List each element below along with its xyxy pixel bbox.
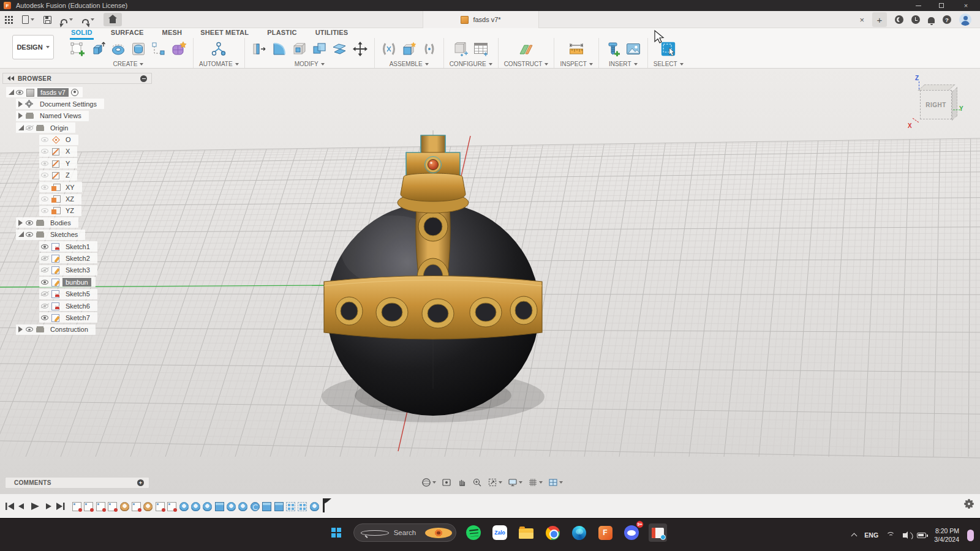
press-pull-button[interactable] bbox=[251, 40, 268, 58]
visibility-eye-icon[interactable] bbox=[25, 124, 36, 132]
item-label[interactable]: Sketch1 bbox=[62, 242, 93, 251]
timeline-feature[interactable] bbox=[227, 502, 236, 511]
notifications-bell-icon[interactable] bbox=[928, 17, 935, 23]
browser-item[interactable]: Sketch1 bbox=[39, 241, 97, 252]
expand-arrow-icon[interactable] bbox=[17, 231, 25, 238]
visibility-eye-icon[interactable] bbox=[40, 148, 51, 156]
browser-item[interactable]: Sketch6 bbox=[39, 301, 97, 311]
model-viewport[interactable]: RIGHT Z Y X BROWSER fasds v7 Document Se… bbox=[0, 69, 980, 493]
browser-item-root[interactable]: fasds v7 bbox=[6, 87, 83, 97]
expand-arrow-icon[interactable] bbox=[17, 220, 25, 226]
expand-arrow-icon[interactable] bbox=[17, 101, 25, 107]
notification-center-icon[interactable] bbox=[967, 530, 974, 541]
browser-item[interactable]: Named Views bbox=[16, 111, 89, 121]
timeline-settings-gear-icon[interactable] bbox=[965, 500, 973, 508]
timeline-feature[interactable] bbox=[179, 502, 189, 511]
timeline-feature[interactable] bbox=[72, 502, 81, 511]
design-workspace-dropdown[interactable]: DESIGN bbox=[12, 35, 54, 59]
browser-item[interactable]: Sketches bbox=[16, 230, 85, 240]
look-at-button[interactable] bbox=[442, 478, 451, 487]
browser-item[interactable]: Sketch7 bbox=[39, 312, 97, 323]
taskbar-app-edge[interactable] bbox=[570, 523, 588, 542]
volume-icon[interactable] bbox=[903, 533, 907, 538]
item-label[interactable]: Sketch5 bbox=[62, 290, 93, 298]
item-label[interactable]: Sketches bbox=[47, 230, 81, 239]
construct-group-label[interactable]: CONSTRUCT bbox=[504, 60, 549, 68]
timeline-feature[interactable] bbox=[156, 502, 165, 511]
visibility-eye-icon[interactable] bbox=[40, 207, 51, 215]
home-view-button[interactable] bbox=[104, 13, 122, 26]
timeline-feature[interactable] bbox=[238, 502, 247, 511]
visibility-eye-icon[interactable] bbox=[25, 219, 36, 227]
visibility-eye-icon[interactable] bbox=[40, 183, 51, 191]
item-label[interactable]: Construction bbox=[47, 325, 91, 334]
help-icon[interactable]: ? bbox=[943, 15, 951, 24]
visibility-eye-icon[interactable] bbox=[15, 88, 26, 96]
job-status-icon[interactable] bbox=[911, 15, 920, 24]
wifi-icon[interactable] bbox=[886, 532, 895, 538]
taskbar-clock[interactable]: 8:20 PM 3/4/2024 bbox=[934, 527, 959, 544]
measure-button[interactable] bbox=[568, 40, 585, 58]
browser-item[interactable]: XY bbox=[39, 182, 82, 192]
battery-icon[interactable] bbox=[917, 533, 926, 538]
activate-component-radio[interactable] bbox=[71, 89, 78, 96]
visibility-eye-icon[interactable] bbox=[40, 136, 51, 144]
item-label[interactable]: X bbox=[62, 147, 73, 156]
automate-group-label[interactable]: AUTOMATE bbox=[199, 60, 239, 68]
tab-utilities[interactable]: UTILITIES bbox=[315, 29, 349, 38]
timeline-feature[interactable] bbox=[84, 502, 93, 511]
account-avatar[interactable] bbox=[959, 13, 971, 26]
timeline-feature[interactable] bbox=[143, 502, 153, 511]
canvas-button[interactable] bbox=[625, 40, 642, 58]
display-settings-button[interactable] bbox=[508, 478, 522, 487]
timeline-feature[interactable] bbox=[310, 502, 319, 511]
taskbar-app-spotify[interactable] bbox=[464, 523, 483, 542]
taskbar-app-file-explorer[interactable] bbox=[517, 523, 535, 542]
timeline-feature[interactable] bbox=[167, 502, 176, 511]
item-label[interactable]: Y bbox=[62, 159, 73, 168]
tab-sheet-metal[interactable]: SHEET METAL bbox=[200, 29, 249, 38]
browser-header[interactable]: BROWSER bbox=[2, 73, 152, 84]
taskbar-app-screen-recorder[interactable] bbox=[649, 523, 667, 542]
tab-mesh[interactable]: MESH bbox=[162, 29, 183, 38]
timeline-playback[interactable] bbox=[5, 501, 66, 511]
assemble-group-label[interactable]: ASSEMBLE bbox=[390, 60, 429, 68]
expand-arrow-icon[interactable] bbox=[7, 89, 15, 96]
browser-item[interactable]: Document Settings bbox=[16, 99, 104, 109]
document-tab[interactable]: fasds v7* bbox=[423, 11, 539, 28]
hidden-icons-chevron[interactable] bbox=[851, 533, 858, 539]
revolve-button[interactable] bbox=[110, 40, 127, 58]
timeline-feature[interactable] bbox=[286, 502, 295, 511]
item-label[interactable]: Bodies bbox=[47, 219, 74, 227]
item-label[interactable]: Z bbox=[62, 171, 73, 179]
item-label[interactable]: Sketch2 bbox=[62, 254, 93, 263]
visibility-eye-icon[interactable] bbox=[40, 313, 51, 321]
hole-button[interactable] bbox=[130, 40, 147, 58]
timeline-feature[interactable] bbox=[262, 502, 271, 511]
browser-item[interactable]: Sketch5 bbox=[39, 289, 97, 299]
item-label[interactable]: Document Settings bbox=[37, 100, 100, 108]
add-comment-icon[interactable]: + bbox=[137, 479, 144, 486]
item-label[interactable]: Origin bbox=[47, 124, 71, 132]
tab-solid[interactable]: SOLID bbox=[71, 29, 92, 38]
close-button[interactable]: × bbox=[956, 0, 976, 11]
expand-arrow-icon[interactable] bbox=[17, 113, 25, 119]
automate-button[interactable] bbox=[210, 40, 227, 58]
visibility-eye-icon[interactable] bbox=[40, 159, 51, 167]
item-label[interactable]: bunbun bbox=[62, 278, 91, 287]
item-label[interactable]: YZ bbox=[62, 206, 77, 215]
visibility-eye-icon[interactable] bbox=[40, 195, 51, 203]
language-indicator[interactable]: ENG bbox=[864, 531, 878, 539]
redo-button[interactable] bbox=[82, 17, 94, 23]
construction-plane-button[interactable] bbox=[518, 40, 535, 58]
item-label[interactable]: Sketch7 bbox=[62, 313, 93, 322]
browser-item[interactable]: Sketch2 bbox=[39, 253, 97, 263]
tab-plastic[interactable]: PLASTIC bbox=[267, 29, 296, 38]
create-form-button[interactable] bbox=[170, 40, 187, 58]
orbit-button[interactable] bbox=[421, 478, 436, 487]
search-highlight-icon[interactable] bbox=[425, 528, 452, 538]
timeline-feature[interactable] bbox=[191, 502, 200, 511]
new-tab-button[interactable]: + bbox=[872, 12, 887, 27]
browser-item[interactable]: YZ bbox=[39, 206, 81, 216]
browser-item[interactable]: Bodies bbox=[16, 217, 78, 228]
